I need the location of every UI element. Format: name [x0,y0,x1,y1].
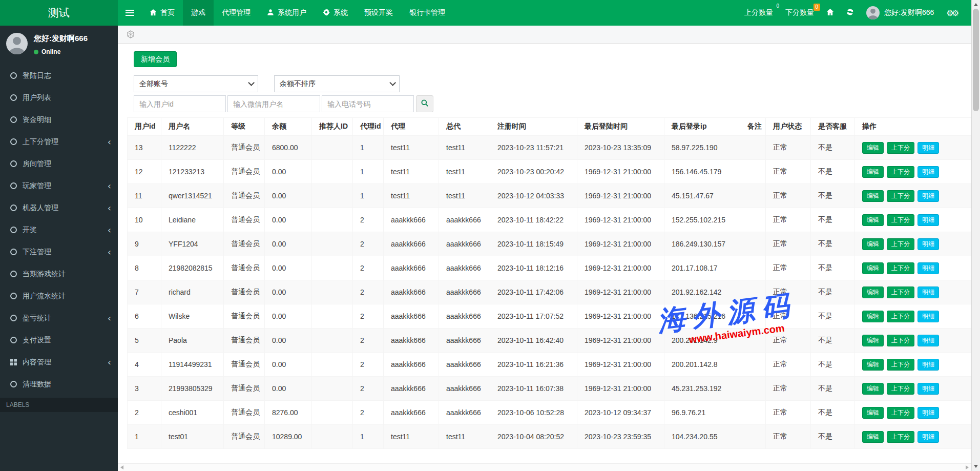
sidebar-item-资金明细[interactable]: 资金明细 [0,109,118,131]
sidebar-item-用户列表[interactable]: 用户列表 [0,87,118,109]
edit-button[interactable]: 编辑 [862,142,884,154]
edit-button[interactable]: 编辑 [862,262,884,274]
cell-level: 普通会员 [224,329,265,353]
nav-item-代理管理[interactable]: 代理管理 [214,0,259,26]
cell-agent-id: 2 [353,280,384,304]
detail-button[interactable]: 明细 [918,335,939,346]
cell-user-status: 正常 [766,425,811,449]
online-status[interactable]: Online [34,48,88,55]
edit-button[interactable]: 编辑 [862,166,884,178]
circle-icon [10,204,17,211]
cell-actions: 编辑上下分明细 [855,184,972,208]
sidebar-item-下注管理[interactable]: 下注管理‹ [0,241,118,263]
up-down-score-button[interactable]: 上下分 [887,142,914,154]
detail-button[interactable]: 明细 [918,286,939,298]
sidebar-item-机器人管理[interactable]: 机器人管理‹ [0,197,118,219]
scroll-up-icon[interactable] [974,3,978,6]
account-filter-select[interactable]: 全部账号 [134,75,258,92]
edit-button[interactable]: 编辑 [862,359,884,371]
sidebar-item-开奖[interactable]: 开奖‹ [0,219,118,241]
cell-register-time: 2023-10-11 16:42:40 [490,329,577,353]
up-down-score-button[interactable]: 上下分 [887,383,914,395]
up-score-item[interactable]: 上分数量 0 [738,0,779,26]
phone-number-input[interactable] [322,95,414,112]
edit-button[interactable]: 编辑 [862,238,884,250]
scroll-right-icon[interactable] [966,465,969,469]
cell-agent-id: 2 [353,256,384,280]
edit-button[interactable]: 编辑 [862,311,884,322]
settings-menu-button[interactable]: ⚙⚙ [940,0,963,26]
sidebar-item-盈亏统计[interactable]: 盈亏统计‹ [0,307,118,329]
edit-button[interactable]: 编辑 [862,214,884,226]
user-menu[interactable]: 您好:发财啊666 [860,0,940,26]
scroll-left-icon[interactable] [120,465,123,469]
nav-item-游戏[interactable]: 游戏 [183,0,214,26]
detail-button[interactable]: 明细 [918,166,939,178]
detail-button[interactable]: 明细 [918,238,939,250]
nav-item-预设开奖[interactable]: 预设开奖 [356,0,401,26]
up-down-score-button[interactable]: 上下分 [887,335,914,346]
sidebar-item-房间管理[interactable]: 房间管理 [0,153,118,175]
edit-button[interactable]: 编辑 [862,286,884,298]
sidebar-item-支付设置[interactable]: 支付设置 [0,329,118,351]
page-tab[interactable] [127,30,135,38]
sidebar-toggle-button[interactable] [118,0,141,26]
sidebar-item-用户流水统计[interactable]: 用户流水统计 [0,285,118,307]
up-down-score-button[interactable]: 上下分 [887,166,914,178]
up-down-score-button[interactable]: 上下分 [887,262,914,274]
cell-last-login-time: 1969-12-31 21:00:00 [577,232,664,256]
balance-sort-select[interactable]: 余额不排序 [274,75,400,92]
wechat-username-input[interactable] [227,95,320,112]
cell-username: qwer1314521 [161,184,224,208]
detail-button[interactable]: 明细 [918,214,939,226]
nav-item-银行卡管理[interactable]: 银行卡管理 [401,0,453,26]
down-score-badge: 0 [814,4,821,11]
up-down-score-button[interactable]: 上下分 [887,311,914,322]
sidebar-item-内容管理[interactable]: 内容管理‹ [0,351,118,373]
sidebar-item-当期游戏统计[interactable]: 当期游戏统计 [0,263,118,285]
scroll-down-icon[interactable] [974,465,978,468]
nav-item-系统用户[interactable]: 系统用户 [259,0,315,26]
cell-referrer-id [312,136,353,160]
nav-item-系统[interactable]: 系统 [315,0,356,26]
brand-logo[interactable]: 测试 [0,0,118,26]
detail-button[interactable]: 明细 [918,262,939,274]
edit-button[interactable]: 编辑 [862,190,884,202]
up-down-score-button[interactable]: 上下分 [887,431,914,443]
up-down-score-button[interactable]: 上下分 [887,214,914,226]
up-down-score-button[interactable]: 上下分 [887,407,914,419]
home-shortcut-button[interactable] [820,0,840,26]
cell-user-id: 12 [128,160,161,184]
sidebar-item-上下分管理[interactable]: 上下分管理‹ [0,131,118,153]
edit-button[interactable]: 编辑 [862,431,884,443]
up-down-score-button[interactable]: 上下分 [887,190,914,202]
detail-button[interactable]: 明细 [918,142,939,154]
up-down-score-button[interactable]: 上下分 [887,238,914,250]
refresh-button[interactable] [840,0,860,26]
detail-button[interactable]: 明细 [918,359,939,371]
sidebar-menu: 登陆日志用户列表资金明细上下分管理‹房间管理玩家管理‹机器人管理‹开奖‹下注管理… [0,65,118,395]
up-down-score-button[interactable]: 上下分 [887,286,914,298]
detail-button[interactable]: 明细 [918,383,939,395]
sidebar-item-清理数据[interactable]: 清理数据 [0,373,118,395]
edit-button[interactable]: 编辑 [862,383,884,395]
scrollbar-thumb[interactable] [973,9,979,111]
nav-item-首页[interactable]: 首页 [141,0,183,26]
cell-agent: aaakkk666 [384,208,439,232]
detail-button[interactable]: 明细 [918,190,939,202]
edit-button[interactable]: 编辑 [862,407,884,419]
online-status-label: Online [41,48,60,55]
up-down-score-button[interactable]: 上下分 [887,359,914,371]
sidebar-item-玩家管理[interactable]: 玩家管理‹ [0,175,118,197]
add-member-button[interactable]: 新增会员 [134,51,177,67]
horizontal-scrollbar[interactable] [118,463,971,471]
down-score-item[interactable]: 下分数量 0 [779,0,820,26]
search-button[interactable] [416,95,433,112]
detail-button[interactable]: 明细 [918,407,939,419]
edit-button[interactable]: 编辑 [862,335,884,346]
sidebar-item-登陆日志[interactable]: 登陆日志 [0,65,118,87]
user-id-input[interactable] [134,95,226,112]
vertical-scrollbar[interactable] [971,0,980,471]
detail-button[interactable]: 明细 [918,311,939,322]
detail-button[interactable]: 明细 [918,431,939,443]
